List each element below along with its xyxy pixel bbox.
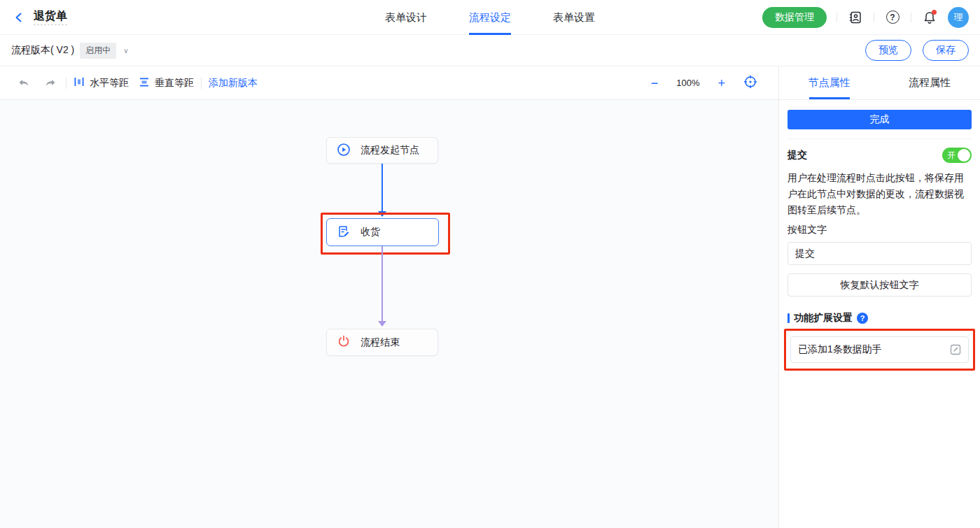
avatar[interactable]: 理 (948, 7, 969, 28)
data-manage-button[interactable]: 数据管理 (762, 7, 827, 28)
section-accent-bar (788, 313, 790, 323)
flow-designer: 水平等距 垂直等距 添加新版本 − 100% + (0, 66, 779, 528)
version-info: 流程版本( V2 ) 启用中 ∨ (11, 43, 129, 59)
app-window: 退货单 表单设计 流程设定 表单设置 数据管理 ? (0, 0, 980, 528)
version-bar: 流程版本( V2 ) 启用中 ∨ 预览 保存 (0, 35, 980, 66)
divider (201, 78, 202, 89)
zoom-controls: − 100% + (651, 75, 763, 91)
horizontal-distribute-button[interactable]: 水平等距 (74, 76, 129, 90)
preview-button[interactable]: 预览 (865, 40, 911, 61)
flow-node-end[interactable]: 流程结束 (326, 329, 438, 356)
vertical-distribute-label: 垂直等距 (155, 77, 194, 90)
chevron-down-icon[interactable]: ∨ (123, 47, 128, 55)
align-group: 水平等距 垂直等距 (74, 76, 194, 90)
data-assistant-text: 已添加1条数据助手 (798, 343, 882, 356)
header-left: 退货单 (11, 10, 67, 25)
tab-form-design[interactable]: 表单设计 (385, 0, 427, 35)
contacts-book-icon[interactable] (847, 9, 864, 26)
undo-icon[interactable] (15, 75, 32, 92)
canvas-toolbar: 水平等距 垂直等距 添加新版本 − 100% + (0, 66, 778, 100)
node-label: 收货 (360, 226, 380, 238)
complete-button[interactable]: 完成 (788, 110, 972, 129)
submit-toggle[interactable]: 开 (942, 148, 972, 163)
divider (66, 78, 66, 89)
tab-form-setting[interactable]: 表单设置 (553, 0, 595, 35)
horizontal-distribute-label: 水平等距 (90, 77, 129, 90)
header-tabs: 表单设计 流程设定 表单设置 (385, 0, 595, 35)
zoom-in-button[interactable]: + (718, 77, 725, 90)
redo-icon[interactable] (42, 75, 59, 92)
vertical-distribute-button[interactable]: 垂直等距 (139, 76, 194, 90)
help-icon[interactable]: ? (884, 9, 901, 26)
panel-tabs: 节点属性 流程属性 (779, 66, 980, 100)
tab-flow-properties[interactable]: 流程属性 (880, 66, 980, 99)
extension-section-header: 功能扩展设置 ? (788, 312, 972, 324)
flow-canvas[interactable]: 流程发起节点 收货 (0, 100, 778, 528)
zoom-out-button[interactable]: − (651, 77, 659, 90)
back-icon[interactable] (11, 10, 27, 25)
zoom-level: 100% (676, 78, 699, 88)
annotation-box-data-assistant: 已添加1条数据助手 (784, 329, 975, 371)
page-title[interactable]: 退货单 (34, 10, 67, 25)
extension-section-title: 功能扩展设置 (794, 312, 853, 324)
divider (874, 13, 874, 22)
add-version-button[interactable]: 添加新版本 (209, 77, 258, 90)
version-label: 流程版本( V2 ) (11, 44, 74, 57)
edit-pencil-icon[interactable] (950, 344, 961, 355)
divider (788, 138, 972, 139)
tab-node-properties[interactable]: 节点属性 (779, 66, 880, 99)
arrow-down-icon (378, 211, 386, 217)
tab-flow-setting[interactable]: 流程设定 (469, 0, 511, 35)
fit-view-icon[interactable] (743, 75, 757, 91)
submit-setting-row: 提交 开 (788, 148, 972, 163)
horizontal-distribute-icon (74, 76, 85, 90)
panel-body: 完成 提交 开 用户在处理流程时点击此按钮，将保存用户在此节点中对数据的更改，流… (779, 100, 980, 380)
save-button[interactable]: 保存 (923, 40, 969, 61)
button-text-label: 按钮文字 (788, 224, 972, 236)
properties-panel: 节点属性 流程属性 完成 提交 开 用户在处理流程时点击此按钮，将保存用户在此节… (779, 66, 980, 528)
version-actions: 预览 保存 (865, 40, 969, 61)
vertical-distribute-icon (139, 76, 150, 90)
connector-receive-to-end (382, 246, 383, 322)
history-group (15, 75, 59, 92)
status-badge: 启用中 (80, 43, 116, 59)
flow-node-receive[interactable]: 收货 (326, 218, 439, 246)
submit-title: 提交 (788, 149, 807, 162)
play-icon (337, 143, 351, 159)
button-text-input[interactable] (788, 242, 972, 265)
data-assistant-field[interactable]: 已添加1条数据助手 (790, 336, 969, 363)
node-label: 流程发起节点 (360, 144, 419, 157)
toggle-state-label: 开 (947, 150, 955, 162)
power-icon (337, 334, 351, 350)
submit-description: 用户在处理流程时点击此按钮，将保存用户在此节点中对数据的更改，流程数据视图转至后… (788, 170, 972, 218)
flow-node-start[interactable]: 流程发起节点 (326, 137, 438, 164)
header-actions: 数据管理 ? 理 (762, 7, 969, 28)
notification-badge (932, 10, 937, 15)
divider (836, 13, 837, 22)
main-area: 水平等距 垂直等距 添加新版本 − 100% + (0, 66, 980, 528)
toggle-knob (958, 149, 970, 162)
restore-default-button[interactable]: 恢复默认按钮文字 (788, 273, 972, 297)
top-header: 退货单 表单设计 流程设定 表单设置 数据管理 ? (0, 0, 980, 35)
section-help-icon[interactable]: ? (857, 313, 868, 324)
connector-start-to-receive (382, 164, 383, 212)
arrow-down-icon (378, 321, 386, 327)
divider (911, 13, 911, 22)
form-edit-icon (337, 224, 351, 241)
node-label: 流程结束 (360, 336, 400, 349)
notification-bell-icon[interactable] (921, 9, 938, 26)
